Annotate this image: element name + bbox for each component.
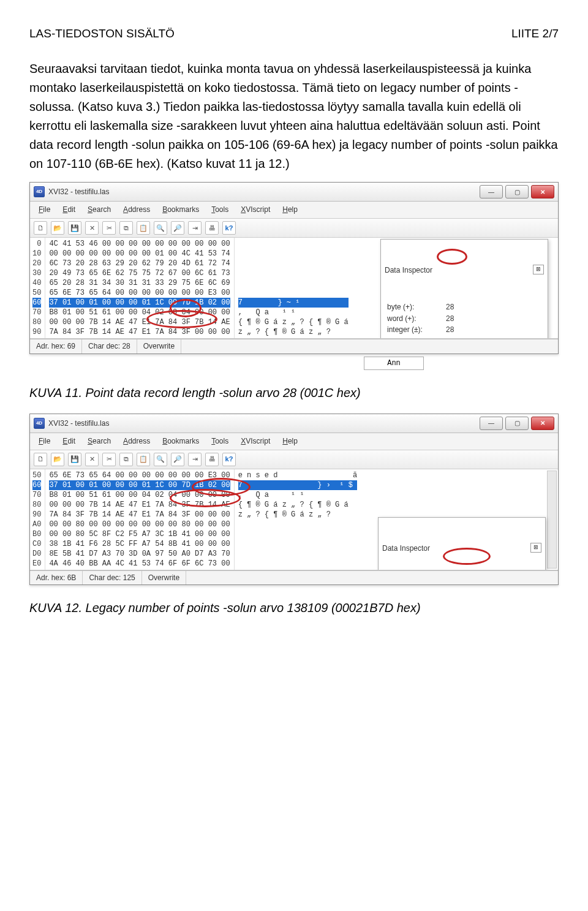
inspector-table: byte (+):28 word (+):28 integer (±):28 l…	[385, 301, 544, 339]
screenshot-kuva11: 4D XVI32 - testifilu.las — ▢ ✕ File Edit…	[29, 182, 559, 353]
screenshot-kuva12: 4D XVI32 - testifilu.las — ▢ ✕ File Edit…	[29, 414, 559, 585]
titlebar: 4D XVI32 - testifilu.las — ▢ ✕	[30, 414, 558, 433]
menu-file[interactable]: File	[34, 203, 55, 217]
close-icon[interactable]: ⊠	[533, 265, 544, 274]
goto-icon[interactable]: ⇥	[188, 453, 202, 466]
find-icon[interactable]: 🔍	[154, 221, 167, 235]
fragment-label: Ann	[387, 359, 401, 368]
open-icon[interactable]: 📂	[51, 453, 64, 466]
menu-edit[interactable]: Edit	[58, 434, 80, 448]
menu-file[interactable]: File	[34, 434, 55, 448]
maximize-button[interactable]: ▢	[505, 185, 529, 198]
paragraph-1: Seuraavaksi tarvitaan tiedot, kuinka mon…	[29, 59, 559, 173]
menu-tools[interactable]: Tools	[206, 434, 233, 448]
status-mode: Overwrite	[142, 571, 186, 585]
paste-icon[interactable]: 📋	[137, 453, 150, 466]
find-replace-icon[interactable]: 🔎	[171, 453, 184, 466]
menubar: File Edit Search Address Bookmarks Tools…	[30, 202, 558, 219]
maximize-button[interactable]: ▢	[505, 417, 529, 430]
data-inspector[interactable]: Data Inspector ⊠ byte (+):28 word (+):28…	[380, 239, 548, 339]
menu-bookmarks[interactable]: Bookmarks	[157, 434, 204, 448]
cut-icon[interactable]: ✂	[102, 453, 116, 466]
header-left: LAS-TIEDOSTON SISÄLTÖ	[29, 25, 175, 42]
menu-address[interactable]: Address	[118, 434, 155, 448]
data-inspector[interactable]: Data Inspector ⊠ byte (+):125 word (+):7…	[378, 517, 546, 570]
delete-icon[interactable]: ✕	[85, 453, 99, 466]
titlebar: 4D XVI32 - testifilu.las — ▢ ✕	[30, 183, 558, 202]
fragment-box: Ann	[364, 357, 424, 371]
statusbar: Adr. hex: 69 Char dec: 28 Overwrite	[30, 339, 558, 353]
print-icon[interactable]: 🖶	[205, 221, 219, 235]
help-icon[interactable]: k?	[222, 221, 236, 235]
inspector-title: Data Inspector	[385, 265, 432, 276]
toolbar: 🗋 📂 💾 ✕ ✂ ⧉ 📋 🔍 🔎 ⇥ 🖶 k?	[30, 219, 558, 238]
app-icon: 4D	[34, 418, 45, 429]
menu-bookmarks[interactable]: Bookmarks	[157, 203, 204, 217]
menu-xviscript[interactable]: XVIscript	[236, 434, 275, 448]
inspector-title: Data Inspector	[382, 543, 430, 554]
new-icon[interactable]: 🗋	[34, 221, 47, 235]
copy-icon[interactable]: ⧉	[119, 453, 133, 466]
menu-address[interactable]: Address	[118, 203, 155, 217]
window-title: XVI32 - testifilu.las	[48, 186, 109, 198]
window-title: XVI32 - testifilu.las	[48, 418, 109, 429]
hex-view[interactable]: 5060708090A0B0C0D0E0 65 6E 73 65 64 00 0…	[30, 469, 558, 570]
goto-icon[interactable]: ⇥	[188, 221, 202, 235]
status-char: Char dec: 125	[83, 571, 141, 585]
find-icon[interactable]: 🔍	[154, 453, 167, 466]
menu-search[interactable]: Search	[83, 203, 116, 217]
status-mode: Overwrite	[137, 339, 181, 353]
page-header: LAS-TIEDOSTON SISÄLTÖ LIITE 2/7	[29, 25, 559, 42]
header-right: LIITE 2/7	[511, 25, 559, 42]
paste-icon[interactable]: 📋	[137, 221, 150, 235]
menu-edit[interactable]: Edit	[58, 203, 80, 217]
menubar: File Edit Search Address Bookmarks Tools…	[30, 433, 558, 450]
status-char: Char dec: 28	[82, 339, 137, 353]
menu-help[interactable]: Help	[277, 434, 303, 448]
caption-kuva12: KUVA 12. Legacy number of points -solun …	[29, 599, 559, 618]
menu-help[interactable]: Help	[277, 203, 303, 217]
statusbar: Adr. hex: 6B Char dec: 125 Overwrite	[30, 570, 558, 585]
hex-view[interactable]: 0102030405060708090 4C 41 53 46 00 00 00…	[30, 238, 558, 339]
toolbar: 🗋 📂 💾 ✕ ✂ ⧉ 📋 🔍 🔎 ⇥ 🖶 k?	[30, 450, 558, 469]
minimize-button[interactable]: —	[480, 185, 503, 198]
minimize-button[interactable]: —	[480, 417, 503, 430]
status-address: Adr. hex: 69	[30, 339, 82, 353]
save-icon[interactable]: 💾	[68, 221, 81, 235]
copy-icon[interactable]: ⧉	[119, 221, 133, 235]
find-replace-icon[interactable]: 🔎	[171, 221, 184, 235]
menu-tools[interactable]: Tools	[206, 203, 233, 217]
close-icon[interactable]: ⊠	[530, 543, 541, 553]
help-icon[interactable]: k?	[222, 453, 236, 466]
menu-xviscript[interactable]: XVIscript	[236, 203, 275, 217]
scrollbar[interactable]	[547, 471, 557, 569]
app-icon: 4D	[34, 186, 45, 197]
open-icon[interactable]: 📂	[51, 221, 64, 235]
close-button[interactable]: ✕	[531, 185, 554, 198]
cut-icon[interactable]: ✂	[102, 221, 116, 235]
caption-kuva11: KUVA 11. Point data record length -solun…	[29, 384, 559, 403]
menu-search[interactable]: Search	[83, 434, 116, 448]
new-icon[interactable]: 🗋	[34, 453, 47, 466]
print-icon[interactable]: 🖶	[205, 453, 219, 466]
delete-icon[interactable]: ✕	[85, 221, 99, 235]
body-text: Seuraavaksi tarvitaan tiedot, kuinka mon…	[29, 59, 559, 173]
status-address: Adr. hex: 6B	[30, 571, 83, 585]
save-icon[interactable]: 💾	[68, 453, 81, 466]
close-button[interactable]: ✕	[531, 417, 554, 430]
